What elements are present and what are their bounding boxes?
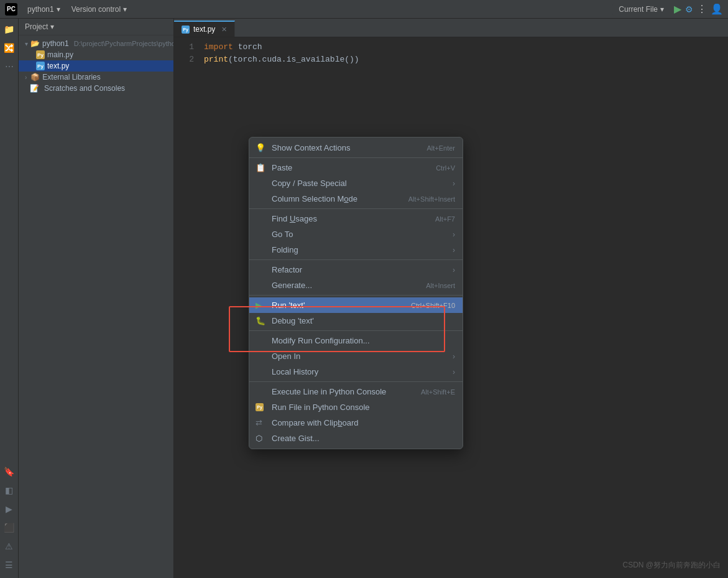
menu-item-compare-clipboard[interactable]: ⇄ Compare with Clipboard xyxy=(249,415,463,431)
menu-item-create-gist[interactable]: ⬡ Create Gist... xyxy=(249,431,463,446)
tree-item-mainpy[interactable]: Py main.py xyxy=(19,49,173,60)
compare-clipboard-icon: ⇄ xyxy=(256,418,262,427)
execute-line-label: Execute Line in Python Console xyxy=(272,387,386,396)
run-text-label: Run 'text' xyxy=(272,301,305,310)
line-numbers: 1 2 xyxy=(174,37,199,578)
project-menu-btn[interactable]: python1 ▾ xyxy=(22,3,65,16)
menu-item-run-file-console[interactable]: Py Run File in Python Console xyxy=(249,399,463,415)
titlebar-right: Current File ▾ ▶ ⚙ ⋮ 👤 xyxy=(612,3,723,16)
sidebar-icon-project[interactable]: 📁 xyxy=(1,21,17,37)
sidebar-icon-warning[interactable]: ⚠ xyxy=(1,538,17,554)
find-usages-label: Find Usages xyxy=(272,214,317,223)
divider-1 xyxy=(249,157,463,158)
user-button[interactable]: 👤 xyxy=(711,3,723,15)
current-file-label: Current File xyxy=(619,5,658,14)
menu-item-paste[interactable]: 📋 Paste Ctrl+V xyxy=(249,160,463,175)
modify-run-label: Modify Run Configuration... xyxy=(272,336,370,345)
create-gist-label: Create Gist... xyxy=(272,434,320,443)
local-history-arrow: › xyxy=(453,368,455,376)
tree-item-external-libs[interactable]: › 📦 External Libraries xyxy=(19,72,173,83)
version-control-label: Version control xyxy=(71,5,121,14)
project-label: python1 xyxy=(27,5,54,14)
menu-item-execute-line[interactable]: Execute Line in Python Console Alt+Shift… xyxy=(249,384,463,399)
find-usages-shortcut: Alt+F7 xyxy=(435,215,455,223)
project-header-chevron: ▾ xyxy=(50,22,54,31)
menu-item-copy-paste-special[interactable]: Copy / Paste Special › xyxy=(249,175,463,191)
app-logo: PC xyxy=(5,3,17,16)
main-layout: 📁 🔀 ⋯ 🔖 ◧ ▶ ⬛ ⚠ ☰ Project ▾ ▾ 📂 python1 … xyxy=(0,19,728,578)
divider-6 xyxy=(249,381,463,382)
go-to-label: Go To xyxy=(272,230,293,239)
column-selection-label: Column Selection Mode xyxy=(272,194,357,203)
context-actions-label: Show Context Actions xyxy=(272,143,350,152)
root-path: D:\project\PycharmProjects\python1 xyxy=(74,40,173,47)
menu-item-refactor[interactable]: Refactor › xyxy=(249,262,463,277)
sidebar-icon-bottom[interactable]: ☰ xyxy=(1,557,17,573)
tree-root[interactable]: ▾ 📂 python1 D:\project\PycharmProjects\p… xyxy=(19,38,173,49)
divider-5 xyxy=(249,330,463,331)
divider-3 xyxy=(249,259,463,260)
tree-item-scratches[interactable]: 📝 Scratches and Consoles xyxy=(19,83,173,94)
project-header[interactable]: Project ▾ xyxy=(19,19,173,35)
current-file-chevron: ▾ xyxy=(660,5,664,14)
generate-shortcut: Alt+Insert xyxy=(426,282,455,289)
titlebar: PC python1 ▾ Version control ▾ Current F… xyxy=(0,0,728,19)
menu-item-open-in[interactable]: Open In › xyxy=(249,348,463,364)
menu-item-run-text[interactable]: ▶ Run 'text' Ctrl+Shift+F10 xyxy=(249,297,463,313)
textpy-label: text.py xyxy=(47,62,69,70)
run-text-shortcut: Ctrl+Shift+F10 xyxy=(411,302,455,309)
copy-paste-label: Copy / Paste Special xyxy=(272,179,347,188)
menu-item-column-selection[interactable]: Column Selection Mode Alt+Shift+Insert xyxy=(249,191,463,207)
run-text-icon: ▶ xyxy=(256,301,262,310)
sidebar-icon-play[interactable]: ▶ xyxy=(1,501,17,517)
divider-4 xyxy=(249,295,463,296)
paste-shortcut: Ctrl+V xyxy=(436,164,455,172)
folding-arrow: › xyxy=(453,246,455,254)
mainpy-icon: Py xyxy=(36,50,45,59)
debug-text-icon: 🐛 xyxy=(256,316,265,325)
tab-textpy-icon: Py xyxy=(182,26,190,34)
create-gist-icon: ⬡ xyxy=(256,434,262,443)
project-chevron: ▾ xyxy=(57,5,60,14)
tab-textpy[interactable]: Py text.py ✕ xyxy=(174,21,235,37)
menu-item-folding[interactable]: Folding › xyxy=(249,242,463,258)
menu-item-find-usages[interactable]: Find Usages Alt+F7 xyxy=(249,211,463,226)
more-button[interactable]: ⋮ xyxy=(697,3,707,15)
menu-item-modify-run[interactable]: Modify Run Configuration... xyxy=(249,333,463,348)
tab-bar: Py text.py ✕ xyxy=(174,19,728,37)
paste-icon: 📋 xyxy=(256,163,265,172)
editor-area: Py text.py ✕ 1 2 import torch print(torc… xyxy=(174,19,728,578)
textpy-icon: Py xyxy=(36,62,45,70)
current-file-btn[interactable]: Current File ▾ xyxy=(612,3,670,16)
context-menu: 💡 Show Context Actions Alt+Enter 📋 Paste… xyxy=(249,137,463,449)
sidebar-icon-commit[interactable]: 🔀 xyxy=(1,40,17,56)
menu-item-local-history[interactable]: Local History › xyxy=(249,364,463,380)
sidebar-icon-dots[interactable]: ⋯ xyxy=(1,58,17,75)
paste-label: Paste xyxy=(272,163,292,172)
menu-item-generate[interactable]: Generate... Alt+Insert xyxy=(249,277,463,293)
sidebar-icon-terminal[interactable]: ⬛ xyxy=(1,520,17,536)
project-header-label: Project xyxy=(25,22,48,31)
mainpy-label: main.py xyxy=(47,50,73,59)
sidebar-icon-bar: 📁 🔀 ⋯ 🔖 ◧ ▶ ⬛ ⚠ ☰ xyxy=(0,19,19,578)
version-control-btn[interactable]: Version control ▾ xyxy=(67,3,132,16)
go-to-arrow: › xyxy=(453,230,455,239)
tab-close-btn[interactable]: ✕ xyxy=(221,26,227,34)
menu-item-debug-text[interactable]: 🐛 Debug 'text' xyxy=(249,313,463,329)
column-selection-shortcut: Alt+Shift+Insert xyxy=(408,195,455,203)
folding-label: Folding xyxy=(272,245,298,254)
titlebar-menu: python1 ▾ Version control ▾ xyxy=(22,3,132,16)
menu-item-show-context-actions[interactable]: 💡 Show Context Actions Alt+Enter xyxy=(249,140,463,156)
run-button[interactable]: ▶ xyxy=(674,3,681,15)
sidebar-icon-layers[interactable]: ◧ xyxy=(1,482,17,498)
context-actions-shortcut: Alt+Enter xyxy=(426,144,455,152)
root-name: python1 xyxy=(42,39,69,48)
debug-button[interactable]: ⚙ xyxy=(685,4,693,14)
menu-item-go-to[interactable]: Go To › xyxy=(249,226,463,242)
sidebar-icon-bookmark[interactable]: 🔖 xyxy=(1,464,17,480)
compare-clipboard-label: Compare with Clipboard xyxy=(272,418,358,427)
execute-line-shortcut: Alt+Shift+E xyxy=(421,388,455,396)
code-line-2: print(torch.cuda.is_available()) xyxy=(204,54,728,66)
tree-item-textpy[interactable]: Py text.py xyxy=(19,60,173,72)
refactor-arrow: › xyxy=(453,266,455,274)
